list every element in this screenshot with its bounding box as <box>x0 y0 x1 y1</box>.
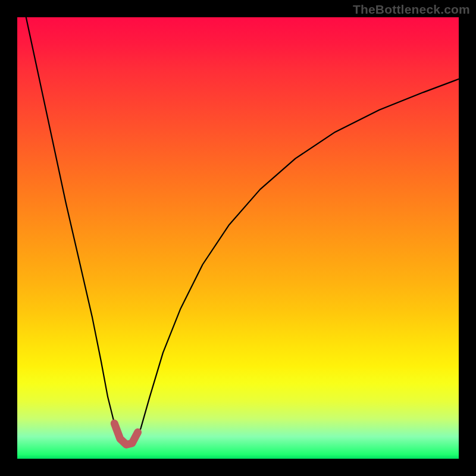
watermark-text: TheBottleneck.com <box>353 2 470 17</box>
chart-stage: TheBottleneck.com <box>0 0 476 476</box>
plot-area <box>17 17 459 459</box>
optimal-range-marker <box>17 17 459 459</box>
